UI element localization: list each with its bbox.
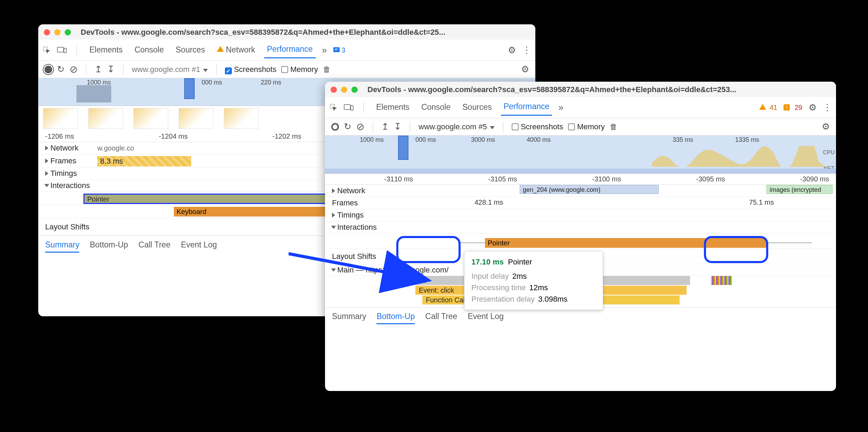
clear-button[interactable] (70, 64, 78, 75)
tab-performance[interactable]: Performance (501, 99, 552, 116)
filmstrip-frame[interactable] (179, 108, 213, 129)
track-timings[interactable]: Timings (325, 209, 836, 221)
flame-chart-area[interactable]: Network gen_204 (www.google.com) images … (325, 185, 836, 307)
warnings-badge[interactable]: 41 (759, 104, 777, 112)
device-toggle-icon[interactable] (57, 46, 67, 54)
filmstrip-frame[interactable] (224, 108, 259, 129)
filmstrip-frame[interactable] (43, 108, 78, 129)
tab-elements[interactable]: Elements (373, 100, 412, 115)
messages-badge[interactable]: 3 (333, 46, 345, 54)
flame-bar-misc[interactable] (711, 276, 732, 285)
perf-toolbar: www.google.com #5 Screenshots Memory (325, 118, 836, 136)
clear-button[interactable] (356, 121, 364, 132)
track-label: Network (337, 186, 365, 195)
screenshots-toggle[interactable]: Screenshots (512, 122, 563, 131)
network-request-bar[interactable]: gen_204 (www.google.com) (520, 185, 659, 194)
more-tabs-icon[interactable] (558, 102, 563, 113)
tab-summary[interactable]: Summary (332, 312, 366, 324)
frame-bar[interactable]: 8.3 ms (97, 156, 191, 166)
save-profile-button[interactable] (95, 64, 102, 75)
track-network[interactable]: Network gen_204 (www.google.com) images … (325, 185, 836, 197)
load-profile-button[interactable] (394, 121, 401, 132)
ruler-tick: -3105 ms (488, 175, 517, 183)
gc-button[interactable] (610, 122, 617, 131)
disclosure-icon[interactable] (332, 213, 335, 218)
zoom-window-button[interactable] (65, 29, 71, 35)
overview-tick: 000 ms (202, 79, 222, 86)
track-label: Layout Shifts (45, 222, 89, 231)
tab-console[interactable]: Console (132, 42, 167, 58)
disclosure-icon[interactable] (45, 158, 48, 163)
tab-sources[interactable]: Sources (173, 42, 208, 58)
zoom-window-button[interactable] (351, 87, 358, 93)
tooltip-row-label: Presentation delay (471, 295, 535, 303)
reload-record-button[interactable] (57, 64, 65, 75)
save-profile-button[interactable] (381, 121, 389, 132)
gc-button[interactable] (323, 65, 331, 74)
messages-count: 3 (341, 46, 345, 54)
interaction-bar-keyboard[interactable]: Keyboard (174, 207, 341, 217)
errors-badge[interactable]: ! 29 (784, 104, 802, 112)
tab-console[interactable]: Console (419, 100, 453, 115)
disclosure-icon[interactable] (331, 226, 336, 229)
inspect-icon[interactable] (329, 103, 338, 112)
capture-settings-icon[interactable] (822, 121, 830, 132)
filmstrip-frame[interactable] (88, 108, 123, 129)
disclosure-icon[interactable] (332, 188, 335, 193)
record-button[interactable] (331, 123, 339, 131)
device-toggle-icon[interactable] (344, 104, 354, 111)
track-frames[interactable]: Frames 428.1 ms 75.1 ms (325, 197, 836, 209)
overview-selection-handle[interactable] (398, 136, 408, 160)
disclosure-icon[interactable] (45, 171, 48, 176)
tab-summary[interactable]: Summary (45, 240, 79, 253)
overview-selection-handle[interactable] (184, 78, 195, 99)
time-ruler[interactable]: -3110 ms -3105 ms -3100 ms -3095 ms -309… (325, 174, 836, 185)
tab-event-log[interactable]: Event Log (468, 312, 504, 324)
overview-pane[interactable]: 1000 ms 000 ms 3000 ms 4000 ms 335 ms 13… (325, 136, 836, 174)
details-tabs: Summary Bottom-Up Call Tree Event Log (325, 307, 836, 328)
network-request-bar[interactable]: w.google.co (97, 144, 134, 152)
settings-icon[interactable] (508, 45, 516, 56)
annotation-ring-left (396, 236, 461, 263)
overview-tick: 220 ms (261, 79, 281, 86)
minimize-window-button[interactable] (341, 87, 347, 93)
disclosure-icon[interactable] (331, 268, 336, 271)
profile-selector[interactable]: www.google.com #1 (132, 65, 208, 74)
divider (503, 122, 503, 132)
profile-selector[interactable]: www.google.com #5 (419, 122, 495, 131)
minimize-window-button[interactable] (54, 29, 60, 35)
record-button[interactable] (44, 66, 52, 73)
tooltip-row-value: 12ms (529, 283, 548, 292)
screenshots-toggle[interactable]: Screenshots (225, 65, 276, 74)
memory-toggle[interactable]: Memory (281, 65, 318, 74)
more-options-icon[interactable] (823, 102, 832, 113)
inspect-icon[interactable] (42, 46, 51, 54)
tab-bottom-up[interactable]: Bottom-Up (376, 312, 415, 324)
disclosure-icon[interactable] (45, 146, 48, 150)
tab-elements[interactable]: Elements (87, 42, 125, 58)
tab-call-tree[interactable]: Call Tree (138, 240, 170, 253)
tab-performance[interactable]: Performance (264, 42, 316, 58)
svg-rect-2 (64, 48, 66, 53)
close-window-button[interactable] (331, 87, 337, 93)
capture-settings-icon[interactable] (521, 64, 529, 75)
settings-icon[interactable] (809, 102, 817, 113)
track-interactions[interactable]: Interactions (325, 221, 836, 234)
close-window-button[interactable] (44, 29, 50, 35)
reload-record-button[interactable] (344, 121, 351, 132)
disclosure-icon[interactable] (44, 184, 49, 187)
memory-toggle[interactable]: Memory (568, 122, 605, 131)
tab-event-log[interactable]: Event Log (181, 240, 217, 253)
interaction-bar-pointer-selected[interactable]: Pointer (83, 194, 341, 204)
tab-sources[interactable]: Sources (460, 100, 494, 115)
more-options-icon[interactable] (522, 45, 531, 56)
load-profile-button[interactable] (107, 64, 115, 75)
window-title: DevTools - www.google.com/search?sca_esv… (81, 28, 445, 37)
titlebar-1: DevTools - www.google.com/search?sca_esv… (38, 24, 535, 40)
more-tabs-icon[interactable] (322, 45, 327, 56)
tab-bottom-up[interactable]: Bottom-Up (90, 240, 128, 253)
tab-call-tree[interactable]: Call Tree (425, 312, 457, 324)
network-request-bar[interactable]: images (encrypted (766, 185, 833, 194)
tab-network[interactable]: Network (214, 42, 258, 58)
filmstrip-frame[interactable] (133, 108, 168, 129)
